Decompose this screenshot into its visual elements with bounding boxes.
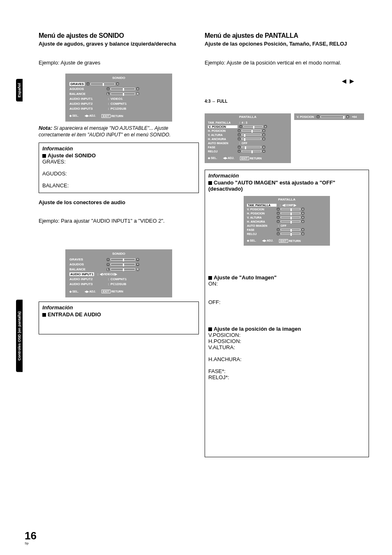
info-row: BALANCE:	[42, 182, 195, 189]
osd-sonido-2: SONIDOGRAVES−+AGUDOS−+BALANCELRAUDIO INP…	[65, 249, 172, 297]
info-row: AGUDOS:	[42, 170, 195, 177]
right-example: Ejemplo: Ajuste de la posición vertical …	[205, 59, 369, 67]
square-icon	[42, 313, 46, 317]
left-subtitle: Ajuste de agudos, graves y balance izqui…	[39, 40, 199, 48]
square-icon	[208, 276, 212, 280]
left-title: Menú de ajustes de SONIDO	[39, 32, 199, 39]
pos-row: RELOJ*:	[208, 374, 365, 380]
info-entrada-audio-box: Información ENTRADA DE AUDIO	[39, 302, 199, 334]
info-pantalla-box: Información Cuando "AUTO IMAGEN" está aj…	[205, 170, 369, 457]
osd-dual: PANTALLATAM. PANTALLA:4 : 3V. POSICION−+…	[205, 113, 369, 163]
pos-row: FASE*:	[208, 368, 365, 374]
note-text: Si apareciera el mensaje "NO AJUSTABLE".…	[39, 125, 171, 138]
osd-pantalla-1: PANTALLATAM. PANTALLA:4 : 3V. POSICION−+…	[205, 113, 291, 163]
osd-pantalla-2: PANTALLATAM. PANTALLA:◀ COMP. ▶V. POSICI…	[244, 196, 330, 246]
osd-vposicion: V. POSICION −+ +64	[294, 113, 364, 120]
info-row: GRAVES:	[42, 159, 195, 165]
info-sub: Ajuste del SONIDO	[42, 152, 195, 159]
square-icon	[208, 327, 212, 331]
auto-off: OFF:	[208, 299, 365, 305]
info-sub: ENTRADA DE AUDIO	[42, 311, 195, 318]
left-example-1: Ejemplo: Ajuste de graves	[39, 59, 199, 67]
connectors-title: Ajuste de los conectores de audio	[39, 199, 199, 206]
auto-imagen-title: Ajuste de "Auto Imagen"	[214, 274, 277, 281]
right-column: Menú de ajustes de PANTALLA Ajuste de la…	[205, 32, 369, 457]
osd-sonido-1: SONIDOGRAVES−+AGUDOS−+BALANCELRAUDIO INP…	[65, 74, 172, 122]
right-subtitle: Ajuste de las opciones Posición, Tamaño,…	[205, 40, 369, 48]
square-icon	[42, 154, 46, 158]
info-title: Información	[42, 145, 195, 152]
osd-value: +64	[352, 115, 357, 118]
side-tab-language: Español	[16, 79, 23, 101]
note-label: Nota:	[39, 125, 52, 131]
pos-row: H.ANCHURA:	[208, 356, 365, 362]
info-title: Información	[42, 304, 195, 311]
side-tab-section: Controles OSD (en pantalla)	[16, 300, 23, 372]
pos-row: V.POSICION:	[208, 332, 365, 338]
info-sonido-box: Información Ajuste del SONIDO GRAVES: AG…	[39, 143, 199, 193]
note: Nota: Si apareciera el mensaje "NO AJUST…	[39, 125, 199, 138]
page-number: 16 Sp	[25, 530, 37, 545]
square-icon	[208, 181, 212, 185]
auto-on: ON:	[208, 281, 365, 287]
info-sub: Cuando "AUTO IMAGEN" está ajustado a "OF…	[208, 180, 365, 192]
pos-title: Ajuste de la posición de la imagen	[214, 326, 301, 332]
osd-label: V. POSICION	[297, 115, 314, 118]
info-title: Información	[208, 173, 365, 179]
pos-row: V.ALTURA:	[208, 344, 365, 350]
right-title: Menú de ajustes de PANTALLA	[205, 32, 369, 39]
mode-line: 4:3 ↔ FULL	[205, 99, 369, 104]
left-column: Menú de ajustes de SONIDO Ajuste de agud…	[39, 32, 199, 334]
left-example-2: Ejemplo: Para ajustar "AUDIO INPUT1" a "…	[39, 217, 199, 225]
pos-row: H.POSICION:	[208, 338, 365, 344]
arrow-icons: ◀ ▶	[205, 78, 354, 84]
